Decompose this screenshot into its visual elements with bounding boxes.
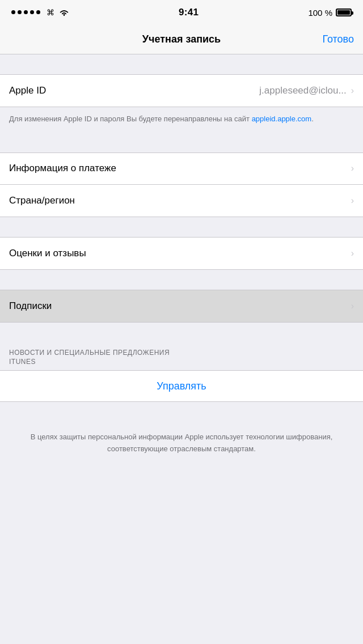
chevron-icon: › — [351, 248, 354, 259]
apple-id-link[interactable]: appleid.apple.com — [252, 115, 312, 123]
status-time: 9:41 — [179, 7, 199, 18]
subscriptions-label: Подписки — [9, 300, 351, 312]
section-gap-6 — [0, 402, 363, 422]
chevron-icon: › — [351, 163, 354, 173]
nav-title: Учетная запись — [142, 33, 221, 45]
status-bar: ⌘ 9:41 100 % — [0, 0, 363, 25]
footer: В целях защиты персональной информации A… — [0, 422, 363, 466]
country-region-row[interactable]: Страна/регион › — [0, 185, 363, 217]
status-bar-right: 100 % — [308, 8, 352, 18]
manage-section: Управлять — [0, 370, 363, 402]
navigation-bar: Учетная запись Готово — [0, 25, 363, 54]
country-region-label: Страна/регион — [9, 195, 351, 206]
status-bar-left: ⌘ — [11, 8, 69, 17]
section-gap-2 — [0, 133, 363, 152]
apple-id-value: j.appleseed@iclou... — [259, 85, 346, 96]
subscriptions-section: Подписки › — [0, 290, 363, 323]
news-header-text: НОВОСТИ И СПЕЦИАЛЬНЫЕ ПРЕДЛОЖЕНИЯiTUNES — [9, 348, 354, 367]
section-gap-5 — [0, 323, 363, 342]
payment-info-row[interactable]: Информация о платеже › — [0, 153, 363, 185]
apple-id-section: Apple ID j.appleseed@iclou... › — [0, 74, 363, 107]
signal-icon — [11, 10, 40, 14]
subscriptions-row[interactable]: Подписки › — [0, 290, 363, 322]
battery-icon — [336, 9, 352, 16]
section-gap-3 — [0, 217, 363, 237]
wifi-icon: ⌘ — [47, 8, 69, 17]
payment-info-label: Информация о платеже — [9, 163, 351, 174]
footer-text: В целях защиты персональной информации A… — [31, 433, 333, 453]
ratings-row[interactable]: Оценки и отзывы › — [0, 238, 363, 269]
apple-id-row[interactable]: Apple ID j.appleseed@iclou... › — [0, 75, 363, 107]
info-section: Информация о платеже › Страна/регион › — [0, 152, 363, 217]
description-text: Для изменения Apple ID и пароля Вы будет… — [9, 115, 314, 123]
chevron-icon: › — [351, 86, 354, 96]
chevron-icon: › — [351, 196, 354, 206]
chevron-icon: › — [351, 301, 354, 311]
ratings-label: Оценки и отзывы — [9, 248, 351, 259]
manage-button[interactable]: Управлять — [157, 380, 206, 392]
ratings-section: Оценки и отзывы › — [0, 237, 363, 270]
section-gap-top — [0, 54, 363, 74]
battery-percent: 100 % — [308, 8, 332, 18]
done-button[interactable]: Готово — [322, 33, 354, 45]
section-gap-4 — [0, 270, 363, 290]
news-section-header: НОВОСТИ И СПЕЦИАЛЬНЫЕ ПРЕДЛОЖЕНИЯiTUNES — [0, 342, 363, 371]
apple-id-label: Apple ID — [9, 85, 259, 96]
apple-id-description: Для изменения Apple ID и пароля Вы будет… — [0, 107, 363, 133]
